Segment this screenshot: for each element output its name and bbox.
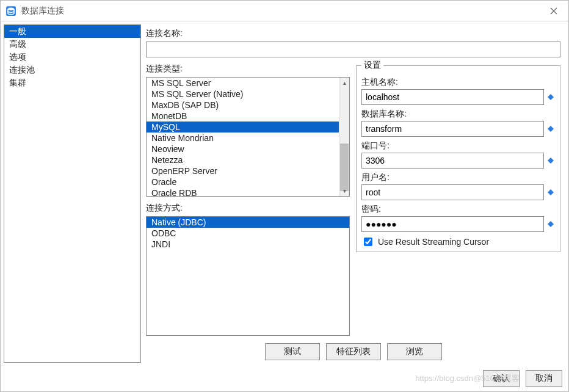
right-column: 设置 主机名称: 数据库名称: 端口号:: [356, 60, 560, 336]
conn-type-option[interactable]: MonetDB: [147, 111, 339, 122]
cancel-button[interactable]: 取消: [526, 370, 562, 387]
user-label: 用户名:: [361, 172, 555, 183]
conn-type-option[interactable]: Native Mondrian: [147, 132, 339, 143]
left-column: 连接类型: MS SQL ServerMS SQL Server (Native…: [146, 60, 350, 336]
close-icon: [550, 7, 557, 15]
variable-icon[interactable]: [546, 220, 555, 228]
conn-mode-option[interactable]: ODBC: [147, 228, 349, 239]
sidebar-item-1[interactable]: 高级: [4, 38, 140, 51]
category-sidebar[interactable]: 一般高级选项连接池集群: [4, 24, 141, 363]
svg-point-1: [8, 7, 14, 10]
content-area: 一般高级选项连接池集群 连接名称: 连接类型: MS SQL ServerMS …: [1, 21, 568, 366]
conn-type-option[interactable]: MS SQL Server: [147, 78, 339, 89]
host-input[interactable]: [361, 89, 544, 105]
conn-mode-listbox[interactable]: Native (JDBC)ODBCJNDI: [146, 216, 350, 336]
conn-type-option[interactable]: Oracle RDB: [147, 187, 339, 196]
variable-icon[interactable]: [546, 125, 555, 133]
scroll-down-icon[interactable]: ▾: [339, 186, 349, 196]
conn-mode-label: 连接方式:: [146, 203, 350, 214]
main-panel: 连接名称: 连接类型: MS SQL ServerMS SQL Server (…: [141, 24, 565, 363]
conn-mode-option[interactable]: JNDI: [147, 239, 349, 250]
browse-button[interactable]: 浏览: [387, 343, 442, 360]
port-label: 端口号:: [361, 140, 555, 151]
test-button[interactable]: 测试: [265, 343, 320, 360]
conn-mode-option[interactable]: Native (JDBC): [147, 217, 349, 228]
settings-group: 设置 主机名称: 数据库名称: 端口号:: [356, 60, 560, 252]
user-input[interactable]: [361, 184, 544, 200]
db-label: 数据库名称:: [361, 109, 555, 120]
conn-type-option[interactable]: OpenERP Server: [147, 165, 339, 176]
titlebar: 数据库连接: [1, 1, 568, 21]
conn-type-option[interactable]: Neoview: [147, 143, 339, 154]
conn-type-option[interactable]: Netezza: [147, 154, 339, 165]
ok-button[interactable]: 确认: [483, 370, 520, 387]
db-input[interactable]: [361, 121, 544, 137]
pass-label: 密码:: [361, 204, 555, 215]
host-label: 主机名称:: [361, 77, 555, 88]
scroll-thumb[interactable]: [340, 143, 349, 191]
database-icon: [5, 5, 16, 16]
conn-type-option[interactable]: MS SQL Server (Native): [147, 89, 339, 100]
conn-type-option[interactable]: MaxDB (SAP DB): [147, 100, 339, 111]
close-button[interactable]: [544, 4, 564, 18]
sidebar-item-3[interactable]: 连接池: [4, 64, 140, 76]
variable-icon[interactable]: [546, 188, 555, 197]
variable-icon[interactable]: [546, 93, 555, 101]
sidebar-item-4[interactable]: 集群: [4, 76, 140, 89]
feature-list-button[interactable]: 特征列表: [326, 343, 381, 360]
conn-name-label: 连接名称:: [146, 28, 560, 39]
action-buttons: 测试 特征列表 浏览: [146, 338, 560, 363]
conn-type-option[interactable]: Oracle: [147, 176, 339, 187]
two-column-area: 连接类型: MS SQL ServerMS SQL Server (Native…: [146, 60, 560, 336]
conn-type-listbox[interactable]: MS SQL ServerMS SQL Server (Native)MaxDB…: [146, 77, 350, 197]
conn-name-input[interactable]: [146, 42, 560, 57]
stream-cursor-checkbox[interactable]: [364, 238, 372, 246]
conn-type-option[interactable]: MySQL: [147, 122, 339, 132]
scrollbar[interactable]: ▴ ▾: [339, 78, 349, 196]
port-input[interactable]: [361, 153, 544, 169]
window-title: 数据库连接: [21, 5, 64, 16]
sidebar-item-0[interactable]: 一般: [4, 25, 140, 38]
variable-icon[interactable]: [546, 156, 555, 165]
settings-legend: 设置: [361, 60, 383, 71]
stream-cursor-label: Use Result Streaming Cursor: [378, 237, 489, 247]
pass-input[interactable]: [361, 216, 544, 232]
conn-type-label: 连接类型:: [146, 64, 350, 74]
dialog-window: 数据库连接 一般高级选项连接池集群 连接名称: 连接类型: MS SQL Ser…: [0, 0, 569, 392]
footer: https://blog.csdn@51C筱翼客 确认 取消: [1, 366, 568, 391]
sidebar-item-2[interactable]: 选项: [4, 51, 140, 64]
scroll-up-icon[interactable]: ▴: [339, 78, 349, 88]
